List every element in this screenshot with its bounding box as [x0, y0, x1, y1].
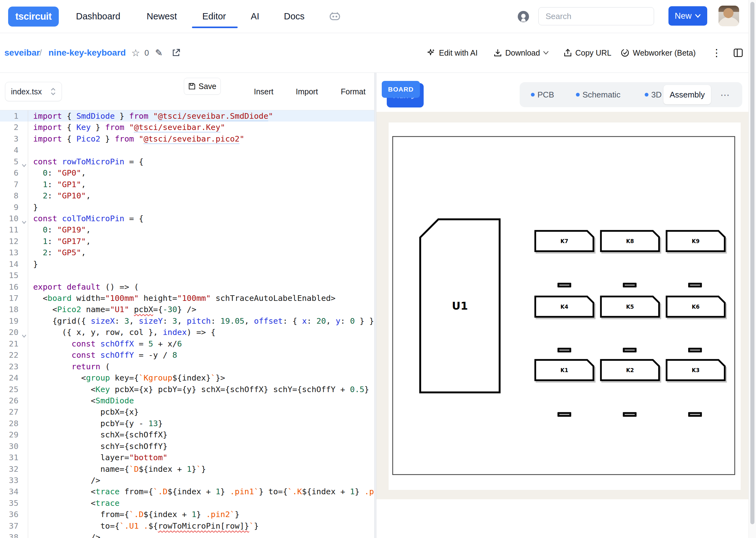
edit-with-ai-button[interactable]: Edit with AI: [427, 33, 478, 73]
code-line[interactable]: 33 />: [0, 475, 374, 486]
code-line[interactable]: 21 const schOffX = 5 + x/6: [0, 338, 374, 349]
code-line[interactable]: 27 pcbX={x}: [0, 406, 374, 417]
menu-insert[interactable]: Insert: [254, 73, 273, 110]
scrollbar-thumb[interactable]: [750, 2, 754, 524]
status-dot: [645, 93, 648, 96]
breadcrumb-project[interactable]: nine-key-keyboard: [48, 33, 126, 73]
download-label: Download: [505, 48, 540, 58]
line-number: 28: [0, 418, 28, 429]
code-line[interactable]: 29 schX={schOffX}: [0, 429, 374, 440]
code-line[interactable]: 16export default () => (: [0, 281, 374, 293]
chevron-down-icon: [695, 14, 701, 18]
code-line[interactable]: 19 {grid({ sizeX: 3, sizeY: 3, pitch: 19…: [0, 315, 374, 327]
code-line[interactable]: 26 <SmdDiode: [0, 395, 374, 406]
tscircuit-logo[interactable]: tscircuit: [8, 7, 59, 27]
save-label: Save: [199, 82, 216, 91]
share-up-icon: [563, 48, 572, 57]
code-line[interactable]: 18 <Pico2 name="U1" pcbX={-30} />: [0, 304, 374, 315]
code-text: 0: "GP19",: [28, 224, 91, 235]
search-input[interactable]: Search: [538, 7, 654, 25]
nav-item-ai[interactable]: AI: [251, 0, 259, 33]
chevron-down-icon: [543, 51, 549, 55]
star-icon[interactable]: ☆: [131, 33, 140, 73]
view-tabs: PCB Schematic 3D Assembly ⋯: [520, 82, 742, 107]
code-line[interactable]: 23 return (: [0, 361, 374, 372]
code-text: return (: [28, 361, 110, 372]
code-editor[interactable]: 1import { SmdDiode } from "@tsci/seveiba…: [0, 110, 374, 538]
code-line[interactable]: 5const rowToMicroPin = {: [0, 156, 374, 167]
code-line[interactable]: 14}: [0, 258, 374, 270]
tab-pcb[interactable]: PCB: [531, 90, 554, 100]
svg-text:K9: K9: [692, 238, 699, 244]
code-line[interactable]: 9}: [0, 201, 374, 213]
code-line[interactable]: 32 name={`D${index + 1}`}: [0, 463, 374, 475]
line-number: 38: [0, 531, 28, 538]
code-line[interactable]: 38 />: [0, 531, 374, 538]
code-line[interactable]: 20 ({ x, y, row, col }, index) => {: [0, 327, 374, 338]
code-line[interactable]: 17 <board width="100mm" height="100mm" s…: [0, 293, 374, 304]
tabs-more-icon[interactable]: ⋯: [720, 82, 730, 107]
pane-splitter[interactable]: [374, 73, 377, 538]
download-button[interactable]: Download: [494, 33, 549, 73]
code-line[interactable]: 13 2: "GP5",: [0, 247, 374, 258]
nav-item-newest[interactable]: Newest: [146, 0, 177, 33]
code-line[interactable]: 15: [0, 270, 374, 281]
line-number: 33: [0, 475, 28, 486]
code-text: ({ x, y, row, col }, index) => {: [28, 327, 215, 338]
webworker-button[interactable]: Webworker (Beta): [620, 33, 696, 73]
code-line[interactable]: 28 pcbY={y - 13}: [0, 418, 374, 429]
line-number: 32: [0, 463, 28, 475]
line-number: 36: [0, 509, 28, 520]
code-line[interactable]: 25 <Key pcbX={x} pcbY={y} schX={schOffX}…: [0, 384, 374, 395]
menu-import[interactable]: Import: [296, 73, 318, 110]
webworker-label: Webworker (Beta): [633, 48, 696, 58]
breadcrumb-owner[interactable]: seveibar: [4, 33, 40, 73]
avatar[interactable]: [719, 6, 739, 26]
code-text: [28, 144, 33, 156]
tab-assembly[interactable]: Assembly: [664, 85, 711, 104]
tab-schematic[interactable]: Schematic: [576, 90, 620, 100]
code-line[interactable]: 7 1: "GP1",: [0, 179, 374, 190]
code-line[interactable]: 8 2: "GP10",: [0, 190, 374, 201]
save-button[interactable]: Save: [184, 78, 221, 95]
assembly-canvas[interactable]: U1K7K8K9K4K5K6K1K2K3: [377, 112, 748, 499]
page-scrollbar[interactable]: [748, 0, 756, 538]
new-button[interactable]: New: [669, 6, 707, 26]
nav-item-docs[interactable]: Docs: [284, 0, 305, 33]
github-icon[interactable]: [516, 0, 530, 33]
save-icon: [188, 82, 196, 90]
code-line[interactable]: 3import { Pico2 } from "@tsci/seveibar.p…: [0, 133, 374, 144]
nav-item-dashboard[interactable]: Dashboard: [76, 0, 120, 33]
circle-check-icon: [620, 48, 630, 58]
line-number: 17: [0, 293, 28, 304]
copy-url-button[interactable]: Copy URL: [563, 33, 611, 73]
code-line[interactable]: 35 <trace: [0, 497, 374, 509]
code-line[interactable]: 36 from={`.D${index + 1} .pin2`}: [0, 509, 374, 520]
discord-icon[interactable]: [328, 0, 341, 33]
edit-pencil-icon[interactable]: ✎: [155, 33, 163, 73]
panel-toggle-icon[interactable]: [733, 33, 743, 73]
code-line[interactable]: 12 1: "GP17",: [0, 236, 374, 247]
code-line[interactable]: 6 0: "GP0",: [0, 167, 374, 179]
code-line[interactable]: 34 <trace from={`.D${index + 1} .pin1`} …: [0, 486, 374, 497]
code-line[interactable]: 30 schY={schOffY}: [0, 441, 374, 452]
svg-text:K8: K8: [626, 238, 634, 244]
code-line[interactable]: 4: [0, 144, 374, 156]
kebab-menu-icon[interactable]: ⋮: [712, 33, 722, 73]
line-number: 24: [0, 372, 28, 383]
share-icon[interactable]: [171, 33, 181, 73]
file-tab-selector[interactable]: index.tsx: [5, 82, 62, 101]
menu-format[interactable]: Format: [341, 73, 366, 110]
code-line[interactable]: 24 <group key={`Kgroup${index}`}>: [0, 372, 374, 383]
code-line[interactable]: 37 to={`.U1 .${rowToMicroPin[row]}`}: [0, 520, 374, 531]
code-line[interactable]: 2import { Key } from "@tsci/seveibar.Key…: [0, 122, 374, 133]
code-line[interactable]: 1import { SmdDiode } from "@tsci/seveiba…: [0, 110, 374, 122]
code-line[interactable]: 31 layer="bottom": [0, 452, 374, 463]
board-badge[interactable]: BOARD: [382, 81, 420, 98]
code-line[interactable]: 10const colToMicroPin = {: [0, 213, 374, 224]
code-line[interactable]: 22 const schOffY = -y / 8: [0, 349, 374, 360]
tab-3d[interactable]: 3D: [645, 90, 662, 100]
line-number: 6: [0, 167, 28, 179]
code-line[interactable]: 11 0: "GP19",: [0, 224, 374, 235]
code-text: <Pico2 name="U1" pcbX={-30} />: [28, 304, 196, 315]
